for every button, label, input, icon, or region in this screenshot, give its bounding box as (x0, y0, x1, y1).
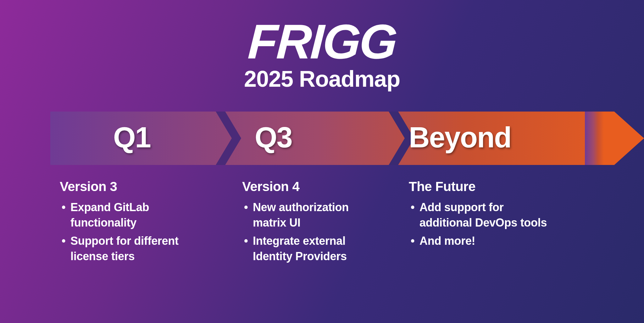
list-item: New authorization matrix UI (253, 200, 380, 230)
segment-label-q1: Q1 (113, 121, 151, 154)
column-q1: Version 3 Expand GitLab functionality Su… (60, 179, 198, 267)
column-beyond: The Future Add support for additional De… (409, 179, 547, 252)
column-list: Add support for additional DevOps tools … (409, 200, 547, 249)
page-title: FRIGG (247, 17, 397, 66)
svg-marker-8 (604, 112, 644, 165)
svg-marker-7 (585, 112, 604, 165)
list-item: Integrate external Identity Providers (253, 233, 380, 264)
header: FRIGG 2025 Roadmap (0, 0, 644, 92)
segment-label-beyond: Beyond (409, 121, 511, 154)
list-item: Expand GitLab functionality (70, 200, 198, 230)
column-list: Expand GitLab functionality Support for … (60, 200, 198, 264)
column-q3: Version 4 New authorization matrix UI In… (242, 179, 380, 267)
column-title: Version 3 (60, 179, 198, 194)
page-subtitle: 2025 Roadmap (0, 66, 644, 92)
list-item: Add support for additional DevOps tools (419, 200, 547, 230)
column-title: Version 4 (242, 179, 380, 194)
column-list: New authorization matrix UI Integrate ex… (242, 200, 380, 264)
list-item: Support for different license tiers (70, 233, 198, 264)
segment-label-q3: Q3 (255, 121, 292, 154)
roadmap-arrow: Q1 Q3 Beyond (50, 112, 644, 165)
list-item: And more! (419, 233, 547, 249)
column-title: The Future (409, 179, 547, 194)
